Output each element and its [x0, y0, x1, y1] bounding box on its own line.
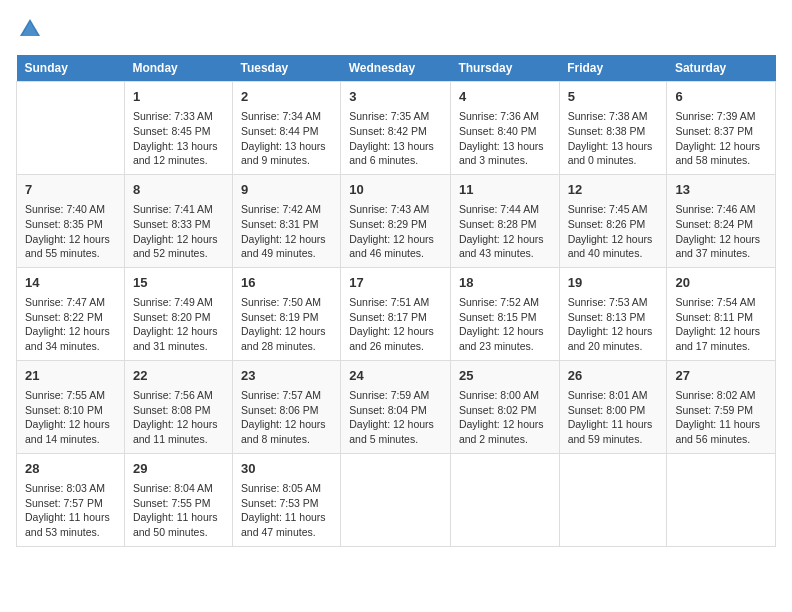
- cell-content: Sunrise: 7:49 AMSunset: 8:20 PMDaylight:…: [133, 295, 224, 354]
- logo-icon: [18, 16, 42, 40]
- day-number: 10: [349, 181, 442, 199]
- calendar-cell: [450, 453, 559, 546]
- cell-content: Sunrise: 8:03 AMSunset: 7:57 PMDaylight:…: [25, 481, 116, 540]
- cell-content: Sunrise: 7:53 AMSunset: 8:13 PMDaylight:…: [568, 295, 659, 354]
- calendar-cell: 22Sunrise: 7:56 AMSunset: 8:08 PMDayligh…: [124, 360, 232, 453]
- calendar-cell: 24Sunrise: 7:59 AMSunset: 8:04 PMDayligh…: [341, 360, 451, 453]
- day-number: 17: [349, 274, 442, 292]
- calendar-cell: 19Sunrise: 7:53 AMSunset: 8:13 PMDayligh…: [559, 267, 667, 360]
- header-thursday: Thursday: [450, 55, 559, 82]
- calendar-cell: 30Sunrise: 8:05 AMSunset: 7:53 PMDayligh…: [232, 453, 340, 546]
- cell-content: Sunrise: 7:55 AMSunset: 8:10 PMDaylight:…: [25, 388, 116, 447]
- cell-content: Sunrise: 8:00 AMSunset: 8:02 PMDaylight:…: [459, 388, 551, 447]
- day-number: 12: [568, 181, 659, 199]
- day-number: 28: [25, 460, 116, 478]
- day-number: 3: [349, 88, 442, 106]
- header-monday: Monday: [124, 55, 232, 82]
- header-friday: Friday: [559, 55, 667, 82]
- page-header: [16, 16, 776, 45]
- calendar-cell: 29Sunrise: 8:04 AMSunset: 7:55 PMDayligh…: [124, 453, 232, 546]
- header-sunday: Sunday: [17, 55, 125, 82]
- day-number: 23: [241, 367, 332, 385]
- calendar-cell: 11Sunrise: 7:44 AMSunset: 8:28 PMDayligh…: [450, 174, 559, 267]
- cell-content: Sunrise: 7:39 AMSunset: 8:37 PMDaylight:…: [675, 109, 767, 168]
- cell-content: Sunrise: 7:38 AMSunset: 8:38 PMDaylight:…: [568, 109, 659, 168]
- day-number: 16: [241, 274, 332, 292]
- cell-content: Sunrise: 7:41 AMSunset: 8:33 PMDaylight:…: [133, 202, 224, 261]
- cell-content: Sunrise: 7:56 AMSunset: 8:08 PMDaylight:…: [133, 388, 224, 447]
- calendar-cell: 7Sunrise: 7:40 AMSunset: 8:35 PMDaylight…: [17, 174, 125, 267]
- cell-content: Sunrise: 7:44 AMSunset: 8:28 PMDaylight:…: [459, 202, 551, 261]
- day-number: 2: [241, 88, 332, 106]
- calendar-cell: 18Sunrise: 7:52 AMSunset: 8:15 PMDayligh…: [450, 267, 559, 360]
- calendar-cell: 28Sunrise: 8:03 AMSunset: 7:57 PMDayligh…: [17, 453, 125, 546]
- week-row-3: 21Sunrise: 7:55 AMSunset: 8:10 PMDayligh…: [17, 360, 776, 453]
- calendar-cell: 23Sunrise: 7:57 AMSunset: 8:06 PMDayligh…: [232, 360, 340, 453]
- week-row-2: 14Sunrise: 7:47 AMSunset: 8:22 PMDayligh…: [17, 267, 776, 360]
- cell-content: Sunrise: 7:57 AMSunset: 8:06 PMDaylight:…: [241, 388, 332, 447]
- calendar-cell: 13Sunrise: 7:46 AMSunset: 8:24 PMDayligh…: [667, 174, 776, 267]
- calendar-cell: 20Sunrise: 7:54 AMSunset: 8:11 PMDayligh…: [667, 267, 776, 360]
- calendar-cell: 3Sunrise: 7:35 AMSunset: 8:42 PMDaylight…: [341, 82, 451, 175]
- calendar-cell: 10Sunrise: 7:43 AMSunset: 8:29 PMDayligh…: [341, 174, 451, 267]
- day-number: 19: [568, 274, 659, 292]
- day-number: 18: [459, 274, 551, 292]
- calendar-table: SundayMondayTuesdayWednesdayThursdayFrid…: [16, 55, 776, 547]
- cell-content: Sunrise: 7:42 AMSunset: 8:31 PMDaylight:…: [241, 202, 332, 261]
- header-saturday: Saturday: [667, 55, 776, 82]
- week-row-1: 7Sunrise: 7:40 AMSunset: 8:35 PMDaylight…: [17, 174, 776, 267]
- day-number: 7: [25, 181, 116, 199]
- day-number: 1: [133, 88, 224, 106]
- day-number: 14: [25, 274, 116, 292]
- cell-content: Sunrise: 8:05 AMSunset: 7:53 PMDaylight:…: [241, 481, 332, 540]
- day-number: 11: [459, 181, 551, 199]
- logo: [16, 16, 42, 45]
- day-number: 9: [241, 181, 332, 199]
- header-tuesday: Tuesday: [232, 55, 340, 82]
- day-number: 30: [241, 460, 332, 478]
- calendar-cell: 14Sunrise: 7:47 AMSunset: 8:22 PMDayligh…: [17, 267, 125, 360]
- week-row-0: 1Sunrise: 7:33 AMSunset: 8:45 PMDaylight…: [17, 82, 776, 175]
- cell-content: Sunrise: 7:51 AMSunset: 8:17 PMDaylight:…: [349, 295, 442, 354]
- day-number: 6: [675, 88, 767, 106]
- cell-content: Sunrise: 7:50 AMSunset: 8:19 PMDaylight:…: [241, 295, 332, 354]
- cell-content: Sunrise: 8:04 AMSunset: 7:55 PMDaylight:…: [133, 481, 224, 540]
- calendar-cell: 25Sunrise: 8:00 AMSunset: 8:02 PMDayligh…: [450, 360, 559, 453]
- day-number: 26: [568, 367, 659, 385]
- calendar-cell: 27Sunrise: 8:02 AMSunset: 7:59 PMDayligh…: [667, 360, 776, 453]
- calendar-cell: 17Sunrise: 7:51 AMSunset: 8:17 PMDayligh…: [341, 267, 451, 360]
- header-wednesday: Wednesday: [341, 55, 451, 82]
- calendar-cell: [341, 453, 451, 546]
- calendar-cell: 8Sunrise: 7:41 AMSunset: 8:33 PMDaylight…: [124, 174, 232, 267]
- day-number: 13: [675, 181, 767, 199]
- calendar-cell: [17, 82, 125, 175]
- day-number: 5: [568, 88, 659, 106]
- logo-text: [16, 16, 42, 45]
- cell-content: Sunrise: 7:36 AMSunset: 8:40 PMDaylight:…: [459, 109, 551, 168]
- cell-content: Sunrise: 7:59 AMSunset: 8:04 PMDaylight:…: [349, 388, 442, 447]
- calendar-cell: 21Sunrise: 7:55 AMSunset: 8:10 PMDayligh…: [17, 360, 125, 453]
- calendar-cell: 5Sunrise: 7:38 AMSunset: 8:38 PMDaylight…: [559, 82, 667, 175]
- calendar-cell: 4Sunrise: 7:36 AMSunset: 8:40 PMDaylight…: [450, 82, 559, 175]
- cell-content: Sunrise: 7:43 AMSunset: 8:29 PMDaylight:…: [349, 202, 442, 261]
- cell-content: Sunrise: 7:33 AMSunset: 8:45 PMDaylight:…: [133, 109, 224, 168]
- calendar-cell: 6Sunrise: 7:39 AMSunset: 8:37 PMDaylight…: [667, 82, 776, 175]
- cell-content: Sunrise: 7:52 AMSunset: 8:15 PMDaylight:…: [459, 295, 551, 354]
- calendar-cell: 15Sunrise: 7:49 AMSunset: 8:20 PMDayligh…: [124, 267, 232, 360]
- cell-content: Sunrise: 7:54 AMSunset: 8:11 PMDaylight:…: [675, 295, 767, 354]
- day-number: 20: [675, 274, 767, 292]
- day-number: 8: [133, 181, 224, 199]
- cell-content: Sunrise: 8:02 AMSunset: 7:59 PMDaylight:…: [675, 388, 767, 447]
- cell-content: Sunrise: 7:35 AMSunset: 8:42 PMDaylight:…: [349, 109, 442, 168]
- calendar-header-row: SundayMondayTuesdayWednesdayThursdayFrid…: [17, 55, 776, 82]
- calendar-cell: [559, 453, 667, 546]
- day-number: 27: [675, 367, 767, 385]
- calendar-cell: 2Sunrise: 7:34 AMSunset: 8:44 PMDaylight…: [232, 82, 340, 175]
- cell-content: Sunrise: 8:01 AMSunset: 8:00 PMDaylight:…: [568, 388, 659, 447]
- cell-content: Sunrise: 7:40 AMSunset: 8:35 PMDaylight:…: [25, 202, 116, 261]
- calendar-cell: 26Sunrise: 8:01 AMSunset: 8:00 PMDayligh…: [559, 360, 667, 453]
- calendar-cell: [667, 453, 776, 546]
- day-number: 4: [459, 88, 551, 106]
- cell-content: Sunrise: 7:45 AMSunset: 8:26 PMDaylight:…: [568, 202, 659, 261]
- calendar-cell: 1Sunrise: 7:33 AMSunset: 8:45 PMDaylight…: [124, 82, 232, 175]
